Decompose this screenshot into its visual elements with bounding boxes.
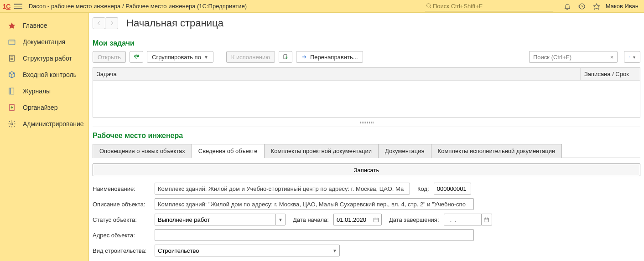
sidebar-item-label: Структура работ	[23, 55, 72, 62]
sidebar-item-label: Органайзер	[23, 104, 57, 111]
input-date-end[interactable]	[444, 214, 481, 225]
refresh-icon	[133, 54, 140, 60]
clipboard-arrow-icon	[282, 54, 289, 60]
sidebar-item-incoming[interactable]: Входной контроль	[0, 67, 88, 83]
sidebar-item-label: Журналы	[23, 87, 51, 95]
open-button[interactable]: Открыть	[93, 51, 126, 63]
tasks-table[interactable]: Задача Записана / Срок	[93, 67, 640, 118]
label-address: Адрес объекта:	[93, 232, 152, 239]
calendar-icon[interactable]	[481, 214, 492, 225]
save-button[interactable]: Записать	[93, 164, 640, 176]
svg-rect-10	[9, 88, 14, 94]
svg-line-16	[630, 57, 630, 57]
svg-marker-3	[593, 4, 599, 9]
sidebar-item-journals[interactable]: Журналы	[0, 83, 88, 99]
search-icon	[426, 3, 432, 9]
advanced-search-button[interactable]: ▾	[624, 51, 640, 63]
hamburger-icon[interactable]	[14, 2, 22, 10]
col-recorded-due[interactable]: Записана / Срок	[581, 68, 640, 80]
tab-project-docs[interactable]: Комплекты проектной документации	[264, 144, 379, 158]
date-start[interactable]	[333, 214, 382, 225]
tasks-section-title: Мои задачи	[93, 39, 640, 47]
chevron-down-icon: ▾	[633, 55, 635, 60]
sidebar-item-label: Администрирование	[23, 120, 84, 128]
search-icon	[629, 54, 630, 60]
page-header: Начальная страница	[93, 17, 640, 29]
bell-icon[interactable]	[563, 2, 572, 11]
tasks-table-head: Задача Записана / Срок	[93, 68, 640, 81]
nav-forward-button[interactable]	[105, 17, 118, 29]
tasks-search-input[interactable]	[529, 51, 607, 63]
global-search-input[interactable]	[432, 2, 552, 10]
workplace-tabs: Оповещения о новых объектах Сведения об …	[93, 143, 640, 158]
input-date-start[interactable]	[333, 214, 371, 225]
splitter-handle[interactable]	[93, 121, 640, 124]
clear-search-button[interactable]: ×	[607, 51, 618, 63]
due-button[interactable]: К исполнению	[226, 51, 275, 63]
svg-rect-21	[484, 218, 489, 222]
logo-1c: 1C	[3, 3, 10, 10]
forward-arrow-icon	[301, 54, 307, 60]
row-name: Наименование: Код:	[93, 183, 640, 194]
forward-label: Перенаправить...	[310, 54, 358, 61]
divider	[93, 127, 640, 127]
sidebar-item-docs[interactable]: Документация	[0, 34, 88, 50]
row-address: Адрес объекта:	[93, 229, 640, 241]
history-icon[interactable]	[577, 2, 587, 11]
chevron-down-icon[interactable]: ▼	[330, 245, 340, 256]
chevron-down-icon[interactable]: ▼	[275, 214, 286, 225]
svg-marker-4	[9, 22, 16, 29]
sidebar-item-admin[interactable]: Администрирование	[0, 116, 88, 132]
tab-notifications[interactable]: Оповещения о новых объектах	[93, 144, 192, 158]
download-icon	[7, 103, 16, 112]
sidebar-item-label: Входной контроль	[23, 71, 77, 78]
input-build-type[interactable]	[155, 245, 330, 256]
tab-documentation[interactable]: Документация	[378, 144, 431, 158]
user-name[interactable]: Маков Иван	[606, 3, 639, 10]
take-task-button[interactable]	[279, 51, 292, 63]
select-status[interactable]: ▼	[155, 214, 286, 225]
date-end[interactable]	[444, 214, 492, 225]
sidebar-item-home[interactable]: Главное	[0, 17, 88, 34]
row-desc: Описание объекта:	[93, 198, 640, 210]
tasks-search: ×	[529, 51, 618, 63]
forward-button[interactable]: Перенаправить...	[296, 51, 363, 63]
svg-rect-17	[374, 218, 379, 222]
select-build-type[interactable]: ▼	[155, 245, 340, 256]
refresh-button[interactable]	[130, 51, 143, 63]
box-icon	[7, 70, 16, 79]
col-task[interactable]: Задача	[93, 68, 581, 80]
input-status[interactable]	[155, 214, 275, 225]
label-desc: Описание объекта:	[93, 201, 152, 208]
input-desc[interactable]	[155, 198, 474, 210]
row-build-type: Вид строительства: ▼	[93, 245, 640, 256]
titlebar: 1C Dacon - рабочее место инженера / Рабо…	[0, 0, 644, 13]
input-code[interactable]	[434, 183, 471, 194]
label-code: Код:	[417, 185, 429, 192]
star-icon	[7, 21, 16, 30]
tasks-toolbar: Открыть Сгруппировать по ▼ К исполнению …	[93, 51, 640, 63]
calendar-icon[interactable]	[371, 214, 382, 225]
label-name: Наименование:	[93, 185, 152, 192]
tasks-table-body	[93, 81, 640, 117]
svg-point-15	[629, 56, 630, 57]
gear-icon	[7, 119, 16, 128]
input-name[interactable]	[155, 183, 410, 194]
group-by-button[interactable]: Сгруппировать по ▼	[147, 51, 213, 63]
tab-object-info[interactable]: Сведения об объекте	[192, 144, 265, 158]
svg-point-13	[11, 123, 13, 125]
list-icon	[7, 54, 16, 63]
star-icon[interactable]	[592, 2, 601, 11]
sidebar-item-organizer[interactable]: Органайзер	[0, 99, 88, 116]
label-date-end: Дата завершения:	[389, 216, 439, 223]
svg-line-1	[430, 7, 431, 8]
svg-rect-5	[9, 40, 15, 45]
input-address[interactable]	[155, 229, 474, 241]
global-search[interactable]	[425, 1, 553, 11]
svg-point-0	[426, 4, 430, 7]
tab-exec-docs[interactable]: Комплекты исполнительной документации	[431, 144, 562, 158]
nav-back-button[interactable]	[93, 17, 105, 29]
sidebar-item-structure[interactable]: Структура работ	[0, 50, 88, 67]
label-date-start: Дата начала:	[293, 216, 329, 223]
book-icon	[7, 87, 16, 96]
